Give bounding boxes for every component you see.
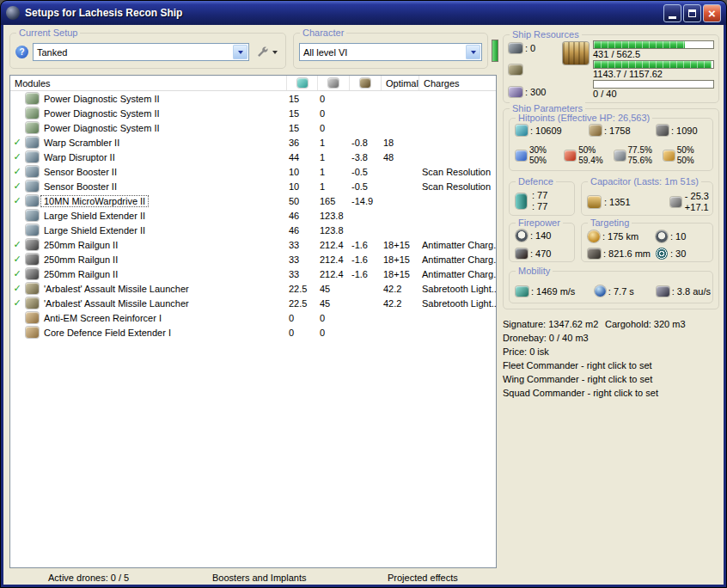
setup-combobox[interactable]: Tanked (33, 43, 249, 61)
module-name[interactable]: 'Arbalest' Assault Missile Launcher (41, 284, 192, 294)
hitpoints-group: Hitpoints (Effective HP: 26,563) : 10609… (509, 118, 713, 171)
module-name[interactable]: Sensor Booster II (41, 181, 119, 192)
module-optimal-value: 18+15 (382, 240, 419, 250)
module-cpu-value: 44 (287, 152, 318, 162)
module-name[interactable]: Warp Scrambler II (41, 138, 122, 148)
maximize-button[interactable] (683, 4, 701, 22)
app-icon[interactable] (6, 6, 20, 20)
modules-column-header[interactable]: Modules (10, 76, 287, 90)
module-name[interactable]: 250mm Railgun II (41, 240, 120, 250)
module-name[interactable]: 250mm Railgun II (41, 254, 120, 265)
module-row[interactable]: ✓ 250mm Railgun II 33 212.4 -1.6 18+15 A… (10, 237, 496, 252)
module-optimal-value: 18+15 (382, 254, 419, 265)
module-name[interactable]: Warp Disruptor II (41, 152, 118, 162)
active-drones-section[interactable]: Active drones: 0 / 5 (48, 573, 129, 583)
module-row[interactable]: ✓ Warp Disruptor II 44 1 -3.8 48 (10, 150, 496, 164)
module-row[interactable]: ✓ Sensor Booster II 10 1 -0.5 Scan Resol… (10, 179, 496, 193)
module-name[interactable]: 10MN MicroWarpdrive II (41, 196, 148, 206)
module-active-check[interactable]: ✓ (10, 240, 24, 249)
module-row[interactable]: Power Diagnostic System II 15 0 (10, 91, 496, 106)
module-name[interactable]: Power Diagnostic System II (41, 94, 162, 104)
max-targets-icon (656, 230, 668, 242)
module-active-check[interactable]: ✓ (10, 167, 24, 176)
capacitor-recharge: +17.1 (685, 202, 709, 213)
module-name[interactable]: Large Shield Extender II (41, 225, 148, 236)
module-active-check[interactable]: ✓ (10, 181, 24, 191)
charges-column-header[interactable]: Charges (419, 76, 496, 90)
capacitor-amount: : 1351 (604, 197, 631, 207)
cpu-chip-icon (563, 42, 589, 64)
optimal-column-header[interactable]: Optimal (382, 76, 419, 90)
module-row[interactable]: ✓ 'Arbalest' Assault Missile Launcher 22… (10, 296, 496, 310)
help-icon[interactable]: ? (15, 46, 28, 58)
targeting-group: Targeting : 175 km : 10 : 821.6 mm : 30 (581, 223, 713, 262)
module-active-check[interactable]: ✓ (10, 254, 24, 264)
character-combobox-dropdown-button[interactable] (466, 45, 480, 59)
squad-commander-slot[interactable]: Squad Commander - right click to set (503, 386, 726, 400)
module-row[interactable]: ✓ Warp Scrambler II 36 1 -0.8 18 (10, 135, 496, 150)
module-active-check[interactable]: ✓ (10, 138, 24, 147)
module-row[interactable]: Power Diagnostic System II 15 0 (10, 120, 496, 135)
module-active-check[interactable]: ✓ (10, 284, 24, 293)
module-charge-value[interactable]: Scan Resolution (419, 181, 496, 192)
module-name[interactable]: Large Shield Extender II (41, 211, 148, 221)
character-combobox[interactable]: All level VI (299, 43, 482, 61)
module-charge-value[interactable]: Sabretooth Light... (419, 284, 496, 294)
align-time-icon (595, 285, 606, 297)
module-row[interactable]: ✓ Sensor Booster II 10 1 -0.5 Scan Resol… (10, 164, 496, 179)
mobility-label: Mobility (516, 265, 553, 277)
fleet-commander-slot[interactable]: Fleet Commander - right click to set (503, 358, 726, 372)
module-name[interactable]: 'Arbalest' Assault Missile Launcher (41, 298, 192, 309)
cpu-bar (593, 40, 714, 49)
setup-combobox-dropdown-button[interactable] (233, 45, 247, 59)
wing-commander-slot[interactable]: Wing Commander - right click to set (503, 372, 726, 386)
module-powergrid-value: 0 (318, 94, 350, 104)
close-button[interactable]: × (703, 4, 721, 22)
module-row[interactable]: ✓ 'Arbalest' Assault Missile Launcher 22… (10, 281, 496, 296)
dronebay-bar (593, 80, 714, 89)
module-active-check[interactable]: ✓ (10, 269, 24, 279)
module-active-check[interactable]: ✓ (10, 298, 24, 308)
module-charge-value[interactable]: Antimatter Charg... (419, 269, 496, 279)
boosters-implants-section[interactable]: Boosters and Implants (212, 573, 306, 583)
module-name[interactable]: 250mm Railgun II (41, 269, 120, 279)
module-row[interactable]: Power Diagnostic System II 15 0 (10, 106, 496, 120)
module-name[interactable]: Core Defence Field Extender I (41, 328, 174, 338)
module-row[interactable]: Large Shield Extender II 46 123.8 (10, 223, 496, 237)
module-powergrid-value: 212.4 (318, 254, 350, 265)
projected-effects-section[interactable]: Projected effects (388, 573, 458, 583)
module-active-check[interactable]: ✓ (10, 196, 24, 205)
minimize-button[interactable] (663, 4, 681, 22)
module-optimal-value: 42.2 (382, 284, 419, 294)
eft-window: Setups for Lachesis Recon Ship × Current… (0, 0, 727, 588)
module-cpu-value: 50 (287, 196, 318, 206)
module-row[interactable]: Core Defence Field Extender I 0 0 (10, 325, 496, 340)
module-name[interactable]: Power Diagnostic System II (41, 108, 162, 119)
scan-resolution-icon (588, 248, 601, 259)
module-row[interactable]: ✓ 250mm Railgun II 33 212.4 -1.6 18+15 A… (10, 266, 496, 281)
module-active-check[interactable]: ✓ (10, 152, 24, 162)
module-name[interactable]: Power Diagnostic System II (41, 123, 162, 133)
character-group: Character All level VI (293, 33, 488, 69)
setup-tools-button[interactable] (254, 44, 280, 60)
module-row[interactable]: ✓ 250mm Railgun II 33 212.4 -1.6 18+15 A… (10, 252, 496, 266)
module-charge-value[interactable]: Scan Resolution (419, 167, 496, 177)
module-row[interactable]: Anti-EM Screen Reinforcer I 0 0 (10, 310, 496, 325)
max-targets-value: : 10 (670, 231, 686, 242)
module-charge-value[interactable]: Sabretooth Light... (419, 298, 496, 309)
module-row[interactable]: ✓ 10MN MicroWarpdrive II 50 165 -14.9 (10, 193, 496, 208)
module-powergrid-value: 0 (318, 123, 350, 133)
module-row[interactable]: Large Shield Extender II 46 123.8 (10, 208, 496, 223)
module-cpu-value: 15 (287, 123, 318, 133)
module-charge-value[interactable]: Antimatter Charg... (419, 240, 496, 250)
module-name[interactable]: Anti-EM Screen Reinforcer I (41, 313, 164, 323)
titlebar[interactable]: Setups for Lachesis Recon Ship × (1, 1, 726, 25)
module-icon (26, 122, 39, 133)
module-cpu-value: 15 (287, 94, 318, 104)
defence-group: Defence : 77 : 77 (509, 181, 575, 216)
module-name[interactable]: Sensor Booster II (41, 167, 119, 177)
max-velocity-icon (516, 286, 528, 297)
module-charge-value[interactable]: Antimatter Charg... (419, 254, 496, 265)
defence-value-1: : 77 (532, 190, 547, 201)
module-icon (26, 224, 39, 236)
